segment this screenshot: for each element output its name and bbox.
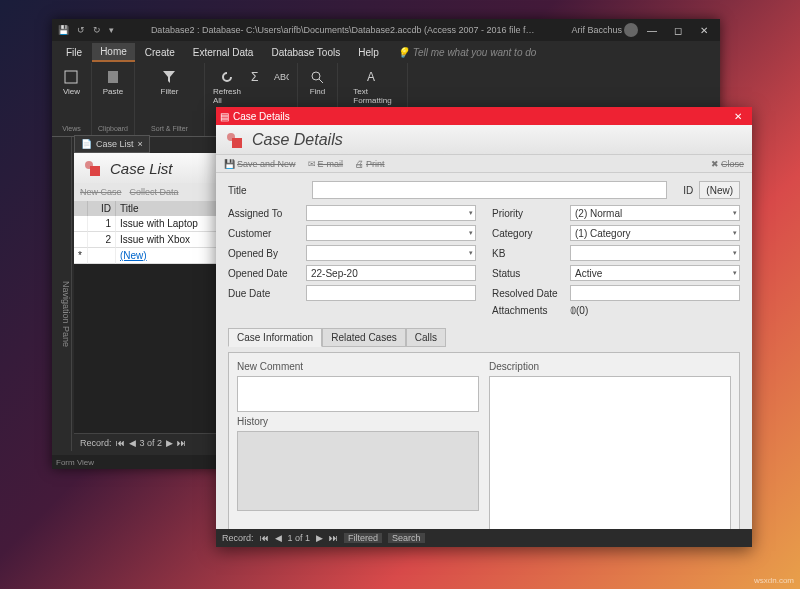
textfmt-label: Text Formatting — [353, 87, 391, 105]
record-pos: 3 of 2 — [140, 438, 163, 448]
cell-id[interactable]: 1 — [88, 216, 116, 232]
next-record-icon[interactable]: ▶ — [166, 438, 173, 448]
user-name[interactable]: Arif Bacchus — [571, 25, 622, 35]
row-selector[interactable] — [74, 232, 88, 248]
last-record-icon[interactable]: ⏭ — [177, 438, 186, 448]
title-row: Title ID (New) — [228, 181, 740, 199]
chevron-down-icon: ▾ — [469, 249, 473, 257]
save-icon[interactable]: 💾 — [58, 25, 69, 35]
priority-label: Priority — [492, 208, 570, 219]
menu-create[interactable]: Create — [137, 44, 183, 61]
case-list-tab[interactable]: 📄 Case List × — [74, 135, 150, 153]
search-box[interactable]: Search — [388, 533, 425, 543]
prev-record-icon[interactable]: ◀ — [129, 438, 136, 448]
navigation-pane[interactable]: Navigation Pane — [52, 137, 72, 451]
prev-record-icon[interactable]: ◀ — [275, 533, 282, 543]
first-record-icon[interactable]: ⏮ — [116, 438, 125, 448]
paste-button[interactable]: Paste — [101, 67, 125, 98]
menu-external-data[interactable]: External Data — [185, 44, 262, 61]
close-form-button[interactable]: ✖Close — [711, 159, 744, 169]
opened-date-value: 22-Sep-20 — [311, 268, 358, 279]
user-avatar-icon[interactable] — [624, 23, 638, 37]
next-record-icon[interactable]: ▶ — [316, 533, 323, 543]
menu-help[interactable]: Help — [350, 44, 387, 61]
record-label: Record: — [80, 438, 112, 448]
title-input[interactable] — [312, 181, 667, 199]
group-views-label: Views — [62, 125, 81, 132]
minimize-button[interactable]: — — [640, 19, 664, 41]
spelling-button[interactable]: ABC — [271, 67, 291, 107]
close-tab-icon[interactable]: × — [138, 139, 143, 149]
svg-text:ABC: ABC — [274, 72, 289, 82]
menu-file[interactable]: File — [58, 44, 90, 61]
filtered-indicator[interactable]: Filtered — [344, 533, 382, 543]
priority-value: (2) Normal — [575, 208, 622, 219]
case-details-header-label: Case Details — [252, 131, 343, 149]
new-case-button[interactable]: New Case — [80, 187, 122, 197]
filter-button[interactable]: Filter — [159, 67, 181, 98]
case-list-tab-label: Case List — [96, 139, 134, 149]
history-label: History — [237, 416, 479, 427]
refresh-label: Refresh All — [213, 87, 241, 105]
maximize-button[interactable]: ◻ — [666, 19, 690, 41]
new-link[interactable]: (New) — [120, 250, 147, 261]
category-value: (1) Category — [575, 228, 631, 239]
first-record-icon[interactable]: ⏮ — [260, 533, 269, 543]
opened-date-field[interactable]: 22-Sep-20 — [306, 265, 476, 281]
text-formatting-button[interactable]: AText Formatting — [351, 67, 393, 107]
title-label: Title — [228, 185, 306, 196]
filter-label: Filter — [161, 87, 179, 96]
cell-id[interactable]: 2 — [88, 232, 116, 248]
last-record-icon[interactable]: ⏭ — [329, 533, 338, 543]
tab-related-cases[interactable]: Related Cases — [322, 328, 406, 347]
case-list-title: Case List — [110, 160, 173, 177]
save-and-new-button[interactable]: 💾Save and New — [224, 159, 296, 169]
record-pos: 1 of 1 — [288, 533, 311, 543]
refresh-button[interactable]: Refresh All — [211, 67, 243, 107]
totals-button[interactable]: Σ — [247, 67, 267, 107]
case-details-close-button[interactable]: ✕ — [724, 107, 752, 125]
field-col-right: Priority(2) Normal▾ Category(1) Category… — [492, 205, 740, 316]
assigned-to-combo[interactable]: ▾ — [306, 205, 476, 221]
cell-id[interactable] — [88, 248, 116, 264]
ribbon-sort-filter: Filter Sort & Filter — [135, 63, 205, 136]
resolved-date-field[interactable] — [570, 285, 740, 301]
due-date-field[interactable] — [306, 285, 476, 301]
tab-calls[interactable]: Calls — [406, 328, 446, 347]
find-button[interactable]: Find — [307, 67, 327, 98]
collect-data-button[interactable]: Collect Data — [130, 187, 179, 197]
kb-combo[interactable]: ▾ — [570, 245, 740, 261]
description-textarea[interactable] — [489, 376, 731, 529]
menu-home[interactable]: Home — [92, 43, 135, 62]
customer-combo[interactable]: ▾ — [306, 225, 476, 241]
row-selector[interactable] — [74, 216, 88, 232]
case-details-toolbar: 💾Save and New ✉E-mail 🖨Print ✖Close — [216, 155, 752, 173]
tell-me[interactable]: 💡 Tell me what you want to do — [397, 47, 537, 58]
kb-label: KB — [492, 248, 570, 259]
status-combo[interactable]: Active▾ — [570, 265, 740, 281]
attachments-value[interactable]: 𝟘(0) — [570, 305, 588, 316]
undo-icon[interactable]: ↺ — [77, 25, 85, 35]
status-label: Status — [492, 268, 570, 279]
redo-icon[interactable]: ↻ — [93, 25, 101, 35]
window-title: Database2 : Database- C:\Users\arifb\Doc… — [114, 25, 571, 35]
id-label: ID — [673, 185, 693, 196]
svg-rect-1 — [108, 71, 118, 83]
lightbulb-icon: 💡 — [397, 47, 409, 58]
field-col-left: Assigned To▾ Customer▾ Opened By▾ Opened… — [228, 205, 476, 316]
case-details-window: ▤ Case Details ✕ Case Details 💾Save and … — [216, 107, 752, 547]
new-comment-textarea[interactable] — [237, 376, 479, 412]
view-button[interactable]: View — [61, 67, 82, 98]
print-button[interactable]: 🖨Print — [355, 159, 385, 169]
id-value: (New) — [699, 181, 740, 199]
category-combo[interactable]: (1) Category▾ — [570, 225, 740, 241]
menu-database-tools[interactable]: Database Tools — [263, 44, 348, 61]
opened-by-combo[interactable]: ▾ — [306, 245, 476, 261]
close-button[interactable]: ✕ — [692, 19, 716, 41]
resolved-date-label: Resolved Date — [492, 288, 570, 299]
history-textarea[interactable] — [237, 431, 479, 511]
col-id[interactable]: ID — [88, 201, 116, 216]
email-button[interactable]: ✉E-mail — [308, 159, 344, 169]
priority-combo[interactable]: (2) Normal▾ — [570, 205, 740, 221]
tab-case-information[interactable]: Case Information — [228, 328, 322, 347]
